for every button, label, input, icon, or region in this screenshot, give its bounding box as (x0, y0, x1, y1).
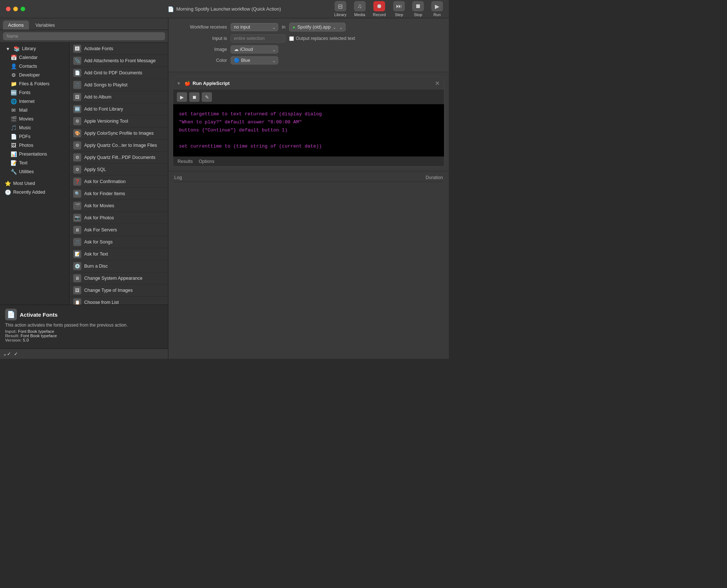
sidebar-item-library[interactable]: ▾ 📚 Library (0, 44, 69, 53)
script-tab-options[interactable]: Options (199, 159, 215, 164)
media-label: Media (354, 12, 365, 17)
image-select[interactable]: ☁ iCloud (231, 45, 278, 53)
receives-label: Workflow receives (176, 25, 227, 30)
receives-select[interactable]: no input (231, 23, 278, 31)
action-item-apple-versioning[interactable]: ⚙ Apple Versioning Tool (70, 115, 168, 127)
apply-colorsync-label: Apply ColorSync Profile to Images (84, 131, 154, 136)
ask-confirmation-label: Ask for Confirmation (84, 179, 126, 184)
action-item-change-system-appearance[interactable]: 🖥 Change System Appearance (70, 272, 168, 284)
check-icon[interactable]: ✓ (14, 351, 18, 357)
config-row-image: Image ☁ iCloud (176, 45, 441, 53)
action-item-ask-finder-items[interactable]: 🔍 Ask for Finder Items (70, 188, 168, 200)
action-item-apply-sql[interactable]: ⚙ Apply SQL (70, 164, 168, 176)
files-folders-icon: 📁 (10, 81, 17, 87)
sidebar-item-most-used[interactable]: ⭐ Most Used (0, 179, 69, 188)
search-input[interactable] (3, 32, 165, 40)
action-item-apply-quartz-filter[interactable]: ⚙ Apply Quartz Filt...PDF Documents (70, 152, 168, 164)
sidebar-other-section: ⭐ Most Used 🕐 Recently Added (0, 178, 69, 198)
sidebar-item-text[interactable]: 📝 Text (0, 159, 69, 167)
action-item-ask-photos[interactable]: 📷 Ask for Photos (70, 212, 168, 224)
script-edit-button[interactable]: ✎ (202, 92, 212, 102)
ask-text-icon: 📝 (73, 250, 81, 258)
action-item-apply-colorsync[interactable]: 🎨 Apply ColorSync Profile to Images (70, 127, 168, 139)
action-item-apply-quartz-counter[interactable]: ⚙ Apply Quartz Co...ter to Image Files (70, 139, 168, 152)
record-button[interactable]: ⏺ Record (373, 1, 386, 17)
stop-button[interactable]: ⏹ Stop (412, 1, 424, 17)
close-button[interactable] (6, 7, 11, 11)
sidebar-internet-label: Internet (19, 99, 34, 104)
action-item-add-font-library[interactable]: 🔤 Add to Font Library (70, 103, 168, 115)
photos-icon: 🖼 (10, 142, 17, 148)
sidebar-item-music[interactable]: 🎵 Music (0, 123, 69, 132)
ask-finder-items-icon: 🔍 (73, 190, 81, 198)
app-select-wrapper[interactable]: ● Spotify (old).app ⌄ (289, 23, 346, 31)
expand-icon[interactable]: ⌄✓ (3, 351, 11, 357)
sidebar-item-presentations[interactable]: 📊 Presentations (0, 150, 69, 159)
add-font-library-icon: 🔤 (73, 105, 81, 113)
script-close-button[interactable]: ✕ (435, 80, 440, 87)
sidebar-item-fonts[interactable]: 🔤 Fonts (0, 88, 69, 97)
code-line-2: "When to play?" default answer "8:00:00 … (179, 118, 438, 126)
sidebar-item-recently-added[interactable]: 🕐 Recently Added (0, 188, 69, 197)
library-button[interactable]: ⊟ Library (334, 1, 347, 17)
apply-sql-label: Apply SQL (84, 167, 106, 172)
tab-actions[interactable]: Actions (3, 21, 29, 30)
chevron-down-icon: ▾ (4, 46, 11, 52)
sidebar-item-internet[interactable]: 🌐 Internet (0, 97, 69, 106)
maximize-button[interactable] (20, 7, 25, 11)
action-item-choose-from-list[interactable]: 📋 Choose from List (70, 297, 168, 305)
action-item-ask-songs[interactable]: 🎵 Ask for Songs (70, 236, 168, 248)
script-play-button[interactable]: ▶ (177, 92, 187, 102)
sidebar-mail-label: Mail (19, 108, 27, 113)
action-item-add-songs[interactable]: 🎵 Add Songs to Playlist (70, 79, 168, 91)
recently-added-icon: 🕐 (4, 189, 11, 195)
action-item-ask-text[interactable]: 📝 Ask for Text (70, 248, 168, 260)
sidebar-item-calendar[interactable]: 📅 Calendar (0, 53, 69, 62)
tab-variables[interactable]: Variables (30, 21, 60, 30)
status-bar: ⌄✓ ✓ (0, 349, 168, 359)
script-title-icon: 🍎 (184, 81, 190, 86)
preview-input: Input: Font Book typeface (5, 329, 163, 334)
action-item-ask-movies[interactable]: 🎬 Ask for Movies (70, 200, 168, 212)
script-stop-button[interactable]: ⏹ (189, 92, 200, 102)
apply-quartz-counter-label: Apply Quartz Co...ter to Image Files (84, 143, 157, 148)
sidebar-contacts-label: Contacts (19, 64, 37, 69)
window-title: 📄 Morning Spotify Launcher.workflow (Qui… (168, 6, 281, 12)
sidebar-fonts-label: Fonts (19, 90, 30, 95)
script-collapse-triangle[interactable]: ▾ (178, 81, 180, 86)
script-tabs: Results Options (173, 156, 444, 166)
step-icon: ⏭ (393, 1, 405, 11)
minimize-button[interactable] (13, 7, 18, 11)
run-button[interactable]: ▶ Run (431, 1, 443, 17)
action-item-add-album[interactable]: 🖼 Add to Album (70, 91, 168, 103)
sidebar-item-mail[interactable]: ✉ Mail (0, 106, 69, 115)
script-tab-results[interactable]: Results (178, 159, 193, 164)
right-panel: Workflow receives no input in ● Spotify … (168, 18, 449, 359)
toolbar-right: ⊟ Library ♫ Media ⏺ Record ⏭ Step ⏹ Stop… (334, 1, 443, 17)
action-item-burn-disc[interactable]: 💿 Burn a Disc (70, 260, 168, 272)
color-select[interactable]: 🔵 Blue (231, 56, 278, 64)
run-label: Run (433, 12, 441, 17)
sidebar-item-pdfs[interactable]: 📄 PDFs (0, 132, 69, 141)
action-item-change-type-images[interactable]: 🖼 Change Type of Images (70, 284, 168, 297)
action-item-add-grid-pdf[interactable]: 📄 Add Grid to PDF Documents (70, 67, 168, 79)
media-button[interactable]: ♫ Media (354, 1, 366, 17)
step-button[interactable]: ⏭ Step (393, 1, 405, 17)
output-replaces-input[interactable] (289, 36, 294, 41)
sidebar-item-movies[interactable]: 🎬 Movies (0, 115, 69, 123)
sidebar-item-photos[interactable]: 🖼 Photos (0, 141, 69, 150)
action-item-add-attachments[interactable]: 📎 Add Attachments to Front Message (70, 55, 168, 67)
document-icon: 📄 (168, 6, 174, 12)
preview-header: 📄 Activate Fonts (5, 309, 163, 320)
sidebar-item-files-folders[interactable]: 📁 Files & Folders (0, 79, 69, 88)
action-item-ask-servers[interactable]: 🖥 Ask For Servers (70, 224, 168, 236)
app-name: Spotify (old).app (297, 25, 331, 30)
sidebar-item-contacts[interactable]: 👤 Contacts (0, 62, 69, 71)
output-replaces-checkbox[interactable]: Output replaces selected text (289, 36, 355, 41)
action-item-ask-confirmation[interactable]: ❓ Ask for Confirmation (70, 176, 168, 188)
change-type-images-icon: 🖼 (73, 286, 81, 294)
sidebar-item-utilities[interactable]: 🔧 Utilities (0, 167, 69, 176)
sidebar-files-folders-label: Files & Folders (19, 81, 49, 86)
action-item-activate-fonts[interactable]: 🅰 Activate Fonts (70, 43, 168, 55)
sidebar-item-developer[interactable]: ⚙ Developer (0, 71, 69, 79)
